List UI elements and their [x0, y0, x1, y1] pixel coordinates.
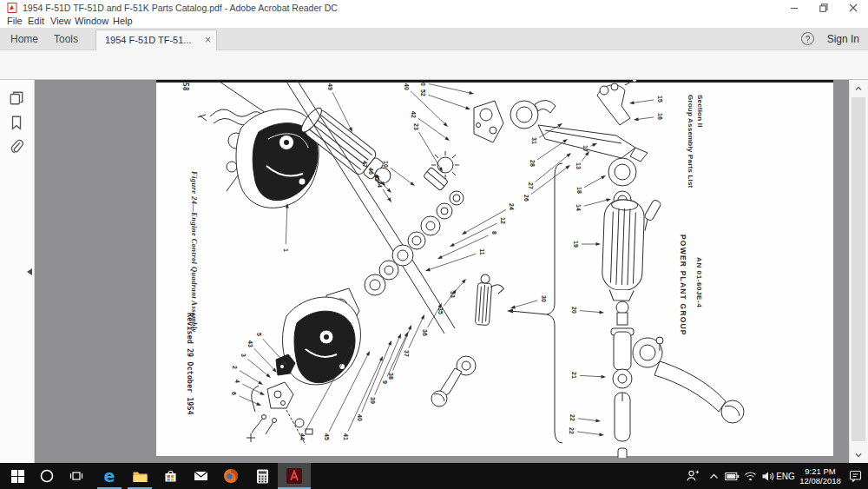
svg-text:20: 20 — [571, 307, 577, 314]
cortana-button[interactable] — [31, 463, 62, 489]
svg-text:28: 28 — [529, 160, 536, 167]
taskbar: e ENG 9:21 PM 12/08/2018 — [0, 463, 868, 489]
scroll-up-icon[interactable] — [853, 83, 864, 94]
svg-text:5: 5 — [256, 333, 262, 336]
scrollbar-thumb[interactable] — [852, 97, 865, 441]
tab-close-icon[interactable]: × — [205, 30, 211, 50]
svg-text:1: 1 — [283, 248, 289, 252]
svg-text:22: 22 — [569, 427, 575, 434]
svg-text:3: 3 — [240, 354, 247, 357]
svg-text:2: 2 — [232, 366, 238, 369]
svg-text:45: 45 — [324, 433, 330, 440]
acrobat-taskbar-icon[interactable] — [278, 463, 311, 489]
svg-text:9: 9 — [382, 380, 388, 384]
start-button[interactable] — [2, 463, 33, 489]
menu-edit[interactable]: Edit — [28, 16, 44, 26]
tab-bar: Home Tools 1954 F-51D TF-51... × ? Sign … — [0, 28, 868, 50]
clock[interactable]: 9:21 PM 12/08/2018 — [797, 463, 844, 489]
collapse-pane-arrow-icon[interactable] — [27, 268, 32, 275]
menu-window[interactable]: Window — [75, 16, 108, 26]
help-icon[interactable]: ? — [801, 32, 814, 45]
acrobat-app-icon — [7, 3, 18, 13]
svg-text:41: 41 — [343, 433, 349, 440]
svg-text:12: 12 — [500, 217, 506, 224]
language-indicator[interactable]: ENG — [774, 463, 797, 489]
svg-text:33: 33 — [450, 291, 456, 298]
close-button[interactable] — [838, 0, 868, 16]
svg-text:40: 40 — [357, 414, 363, 421]
svg-text:44: 44 — [299, 433, 306, 440]
hidden-icons-chevron[interactable] — [705, 463, 722, 489]
wifi-icon[interactable] — [740, 463, 760, 489]
svg-text:15: 15 — [657, 96, 663, 102]
svg-text:10: 10 — [383, 161, 389, 168]
svg-text:50: 50 — [420, 80, 426, 86]
exploded-parts-diagram: 4940425052231516312827261713181419202122… — [156, 80, 833, 458]
svg-text:24: 24 — [509, 203, 515, 210]
restore-button[interactable] — [809, 0, 838, 16]
svg-text:46: 46 — [368, 168, 374, 175]
svg-text:23: 23 — [413, 123, 419, 130]
desktop: { "window": { "title": "1954 F-51D TF-51… — [0, 0, 868, 489]
bookmarks-icon[interactable] — [9, 115, 24, 130]
svg-text:30: 30 — [541, 295, 547, 302]
svg-text:18: 18 — [576, 187, 582, 194]
svg-text:4: 4 — [234, 380, 240, 383]
svg-text:36: 36 — [422, 329, 428, 336]
firefox-icon[interactable] — [215, 463, 247, 489]
svg-text:49: 49 — [327, 83, 333, 90]
tab-home[interactable]: Home — [10, 28, 38, 50]
sign-in-button[interactable]: Sign In — [827, 28, 859, 50]
tab-document-title: 1954 F-51D TF-51... — [105, 30, 191, 50]
svg-text:8: 8 — [491, 231, 497, 235]
action-center-icon[interactable] — [844, 463, 866, 489]
svg-text:11: 11 — [479, 248, 485, 255]
svg-text:14: 14 — [575, 204, 582, 211]
svg-text:13: 13 — [575, 162, 582, 169]
svg-text:26: 26 — [523, 195, 529, 202]
minimize-button[interactable] — [779, 0, 809, 16]
attachments-icon[interactable] — [9, 139, 24, 155]
svg-text:45: 45 — [374, 175, 380, 182]
store-icon[interactable] — [155, 463, 186, 489]
mail-icon[interactable] — [185, 463, 216, 489]
people-icon[interactable] — [682, 463, 703, 489]
svg-text:31: 31 — [531, 137, 537, 144]
menu-file[interactable]: File — [7, 16, 23, 26]
title-bar: 1954 F-51D TF-51D and F-51K Parts Catalo… — [0, 0, 868, 16]
svg-text:19: 19 — [573, 241, 579, 248]
svg-text:39: 39 — [370, 397, 376, 404]
svg-text:27: 27 — [528, 182, 534, 189]
battery-icon[interactable] — [722, 463, 741, 489]
calculator-icon[interactable] — [247, 463, 278, 489]
menu-view[interactable]: View — [50, 16, 71, 26]
svg-text:35: 35 — [437, 307, 444, 314]
tab-tools[interactable]: Tools — [54, 28, 78, 50]
svg-text:42: 42 — [411, 111, 417, 118]
svg-text:37: 37 — [404, 350, 410, 357]
file-explorer-icon[interactable] — [124, 463, 155, 489]
svg-text:16: 16 — [657, 113, 663, 120]
svg-text:6: 6 — [231, 392, 237, 395]
svg-text:40: 40 — [404, 83, 410, 90]
window-title: 1954 F-51D TF-51D and F-51K Parts Catalo… — [23, 3, 338, 13]
svg-text:22: 22 — [569, 414, 575, 421]
page-thumbnails-icon[interactable] — [9, 90, 24, 106]
svg-text:17: 17 — [582, 145, 589, 152]
tab-document[interactable]: 1954 F-51D TF-51... × — [95, 30, 217, 50]
menu-bar: File Edit View Window Help — [0, 16, 868, 28]
toolbar: / 42 75% — [0, 50, 868, 80]
svg-text:21: 21 — [571, 372, 577, 379]
svg-text:52: 52 — [420, 89, 426, 96]
svg-text:43: 43 — [247, 340, 253, 347]
task-view-button[interactable] — [61, 463, 92, 489]
scroll-down-icon[interactable] — [853, 450, 864, 460]
svg-text:47: 47 — [362, 161, 368, 168]
clock-date: 12/08/2018 — [799, 476, 841, 486]
edge-icon[interactable]: e — [94, 463, 125, 489]
clock-time: 9:21 PM — [799, 466, 841, 476]
menu-help[interactable]: Help — [113, 16, 133, 26]
